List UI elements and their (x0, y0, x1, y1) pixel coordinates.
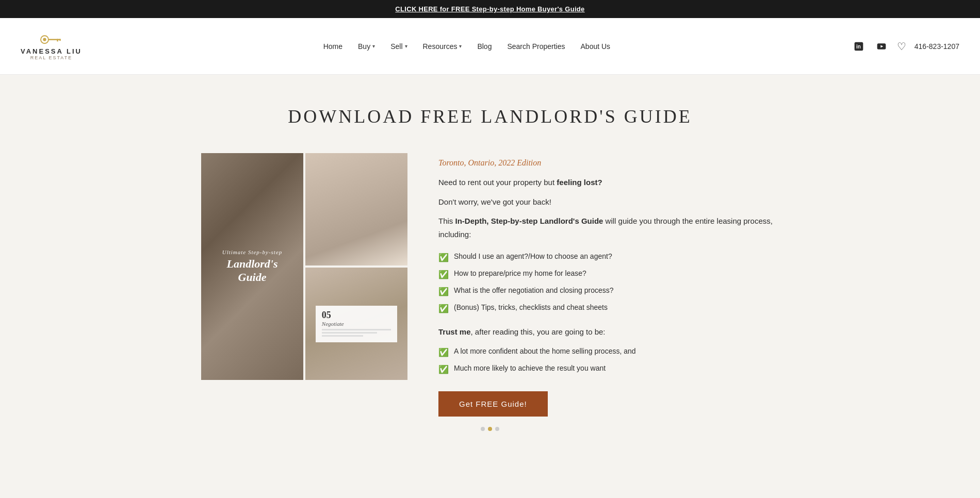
negotiate-page-preview: 05 Negotiate (316, 306, 397, 342)
sell-dropdown-arrow: ▾ (405, 43, 407, 49)
result-item-2: ✅ Much more likely to achieve the result… (438, 363, 779, 376)
heart-icon[interactable]: ♡ (897, 40, 906, 53)
linkedin-icon[interactable]: in (852, 39, 866, 54)
trust-paragraph: Trust me, after reading this, you are go… (438, 325, 779, 339)
page-label: Negotiate (322, 321, 391, 327)
image-collage: Ultimate Step-by-step Landlord's Guide 0… (201, 153, 407, 380)
header: VANESSA LIU REAL ESTATE Home Buy ▾ Sell … (0, 18, 980, 75)
result-check-icon-2: ✅ (438, 363, 449, 376)
nav-search-properties[interactable]: Search Properties (507, 42, 565, 51)
logo-name: VANESSA LIU (21, 47, 82, 56)
intro-paragraph-2: Don't worry, we've got your back! (438, 195, 779, 209)
logo-key-icon (38, 32, 64, 47)
buy-dropdown-arrow: ▾ (372, 43, 375, 49)
svg-rect-4 (60, 39, 61, 41)
checklist-text-1: Should I use an agent?/How to choose an … (454, 251, 612, 262)
checklist-text-4: (Bonus) Tips, tricks, checklists and che… (454, 302, 608, 313)
guide-subtitle: Ultimate Step-by-step (211, 249, 293, 255)
svg-rect-2 (48, 39, 61, 40)
page-title: DOWNLOAD FREE LANDLORD'S GUIDE (201, 106, 779, 127)
image-guide-cover: Ultimate Step-by-step Landlord's Guide (201, 153, 303, 380)
svg-rect-3 (57, 39, 59, 41)
checklist-item-1: ✅ Should I use an agent?/How to choose a… (438, 251, 779, 264)
logo-subtitle: REAL ESTATE (30, 55, 72, 60)
cta-button[interactable]: Get FREE Guide! (438, 391, 548, 417)
checklist-text-2: How to prepare/price my home for lease? (454, 268, 586, 279)
trust-suffix: , after reading this, you are going to b… (471, 327, 606, 336)
image-bottom-right: 05 Negotiate (305, 268, 407, 380)
description-prefix: This (438, 217, 453, 225)
checklist-item-3: ✅ What is the offer negotiation and clos… (438, 285, 779, 298)
resources-dropdown-arrow: ▾ (459, 43, 462, 49)
intro-text-1: Need to rent out your property but (438, 178, 554, 187)
trust-bold: Trust me (438, 327, 471, 336)
svg-text:in: in (856, 44, 861, 49)
nav-resources[interactable]: Resources ▾ (423, 42, 462, 51)
checklist-text-3: What is the offer negotiation and closin… (454, 285, 613, 296)
nav-buy[interactable]: Buy ▾ (358, 42, 375, 51)
intro-paragraph-1: Need to rent out your property but feeli… (438, 176, 779, 189)
dot-3 (495, 427, 499, 431)
main-content: DOWNLOAD FREE LANDLORD'S GUIDE Ultimate … (181, 75, 799, 472)
result-text-1: A lot more confident about the home sell… (454, 346, 636, 357)
banner-link[interactable]: CLICK HERE for FREE Step-by-step Home Bu… (395, 5, 584, 13)
header-right: in ♡ 416-823-1207 (852, 39, 959, 54)
nav-sell[interactable]: Sell ▾ (390, 42, 407, 51)
check-icon-2: ✅ (438, 269, 449, 281)
dot-2 (488, 427, 492, 431)
result-check-icon-1: ✅ (438, 346, 449, 359)
nav-home[interactable]: Home (323, 42, 342, 51)
image-top-right (305, 153, 407, 265)
checklist-item-2: ✅ How to prepare/price my home for lease… (438, 268, 779, 281)
edition-label: Toronto, Ontario, 2022 Edition (438, 158, 779, 168)
top-banner: CLICK HERE for FREE Step-by-step Home Bu… (0, 0, 980, 18)
svg-point-1 (43, 38, 46, 41)
check-icon-3: ✅ (438, 286, 449, 298)
check-icon-1: ✅ (438, 252, 449, 264)
scroll-dots (201, 427, 779, 431)
checklist: ✅ Should I use an agent?/How to choose a… (438, 251, 779, 315)
dot-1 (481, 427, 485, 431)
check-icon-4: ✅ (438, 303, 449, 315)
main-nav: Home Buy ▾ Sell ▾ Resources ▾ Blog Searc… (323, 42, 610, 51)
text-content: Toronto, Ontario, 2022 Edition Need to r… (438, 153, 779, 417)
nav-about-us[interactable]: About Us (581, 42, 611, 51)
result-list: ✅ A lot more confident about the home se… (438, 346, 779, 376)
description-paragraph: This In-Depth, Step-by-step Landlord's G… (438, 214, 779, 241)
youtube-icon[interactable] (874, 39, 889, 54)
guide-cover-text: Ultimate Step-by-step Landlord's Guide (201, 239, 303, 294)
page-number: 05 (322, 310, 391, 321)
intro-bold-1: feeling lost? (557, 178, 602, 187)
phone-number[interactable]: 416-823-1207 (914, 42, 959, 51)
content-grid: Ultimate Step-by-step Landlord's Guide 0… (201, 153, 779, 417)
description-bold: In-Depth, Step-by-step Landlord's Guide (455, 217, 606, 225)
nav-blog[interactable]: Blog (477, 42, 492, 51)
result-text-2: Much more likely to achieve the result y… (454, 363, 606, 374)
result-item-1: ✅ A lot more confident about the home se… (438, 346, 779, 359)
guide-main-title: Landlord's Guide (211, 257, 293, 284)
checklist-item-4: ✅ (Bonus) Tips, tricks, checklists and c… (438, 302, 779, 315)
logo[interactable]: VANESSA LIU REAL ESTATE (21, 32, 82, 61)
